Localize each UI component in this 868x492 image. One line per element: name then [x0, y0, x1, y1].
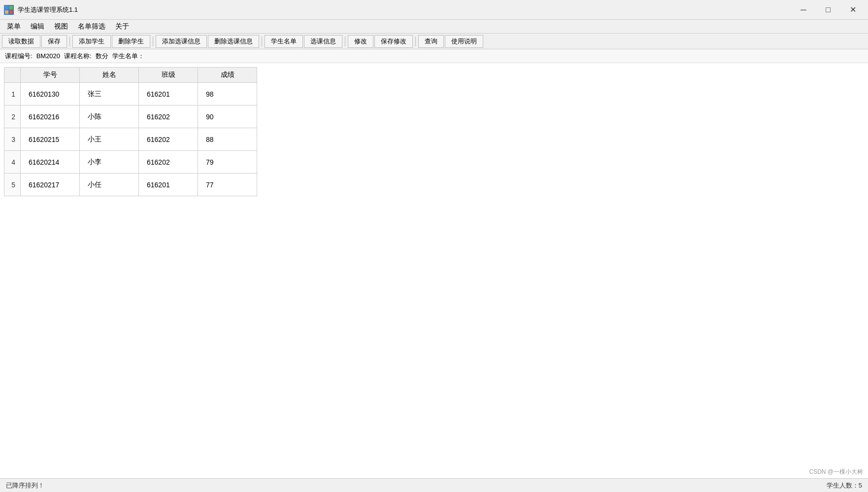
student-name: 张三 [80, 83, 139, 105]
student-list-label: 学生名单： [112, 52, 144, 61]
header-score: 成绩 [198, 68, 257, 83]
student-list-button[interactable]: 学生名单 [265, 35, 303, 48]
student-score: 98 [198, 83, 257, 105]
course-name-value: 数分 [96, 52, 108, 61]
student-id: 61620215 [21, 128, 80, 151]
help-button[interactable]: 使用说明 [445, 35, 483, 48]
menu-item-about[interactable]: 关于 [110, 21, 134, 32]
student-class: 616201 [139, 83, 198, 105]
header-class: 班级 [139, 68, 198, 83]
table-row[interactable]: 261620216小陈61620290 [4, 105, 257, 128]
student-class: 616202 [139, 151, 198, 174]
title-bar: 学生选课管理系统1.1 ─ □ ✕ [0, 0, 868, 20]
menu-item-main[interactable]: 菜单 [2, 21, 26, 32]
menu-item-view[interactable]: 视图 [49, 21, 73, 32]
course-id-value: BM2020 [36, 52, 60, 60]
add-course-button[interactable]: 添加选课信息 [156, 35, 207, 48]
toolbar: 读取数据 保存 添加学生 删除学生 添加选课信息 删除选课信息 学生名单 选课信… [0, 34, 868, 49]
delete-course-button[interactable]: 删除选课信息 [208, 35, 259, 48]
add-student-button[interactable]: 添加学生 [72, 35, 111, 48]
toolbar-separator-3 [262, 36, 262, 46]
toolbar-separator-1 [69, 36, 70, 46]
status-right-text: 学生人数：5 [827, 481, 862, 490]
row-index: 5 [4, 174, 21, 196]
course-info-button[interactable]: 选课信息 [304, 35, 342, 48]
svg-rect-0 [5, 6, 8, 9]
student-id: 61620214 [21, 151, 80, 174]
student-id: 61620130 [21, 83, 80, 105]
student-score: 88 [198, 128, 257, 151]
window-title: 学生选课管理系统1.1 [18, 5, 792, 14]
student-score: 77 [198, 174, 257, 196]
course-name-label: 课程名称: [64, 52, 92, 61]
student-score: 79 [198, 151, 257, 174]
student-name: 小王 [80, 128, 139, 151]
info-bar: 课程编号: BM2020 课程名称: 数分 学生名单： [0, 49, 868, 63]
svg-rect-3 [9, 10, 13, 14]
student-id: 61620217 [21, 174, 80, 196]
menu-bar: 菜单 编辑 视图 名单筛选 关于 [0, 20, 868, 34]
watermark: CSDN @一棵小大树 [809, 468, 863, 476]
row-index: 4 [4, 151, 21, 174]
minimize-button[interactable]: ─ [792, 2, 815, 17]
student-name: 小陈 [80, 105, 139, 128]
header-row-num [4, 68, 21, 83]
delete-student-button[interactable]: 删除学生 [112, 35, 150, 48]
course-id-label: 课程编号: [5, 52, 33, 61]
data-table: 学号 姓名 班级 成绩 161620130张三61620198261620216… [4, 67, 257, 196]
student-name: 小任 [80, 174, 139, 196]
toolbar-separator-5 [415, 36, 416, 46]
row-index: 2 [4, 105, 21, 128]
student-class: 616202 [139, 105, 198, 128]
save-button[interactable]: 保存 [41, 35, 67, 48]
student-id: 61620216 [21, 105, 80, 128]
menu-item-filter[interactable]: 名单筛选 [73, 21, 110, 32]
modify-button[interactable]: 修改 [348, 35, 373, 48]
menu-item-edit[interactable]: 编辑 [26, 21, 49, 32]
read-data-button[interactable]: 读取数据 [2, 35, 40, 48]
table-header-row: 学号 姓名 班级 成绩 [4, 68, 257, 83]
maximize-button[interactable]: □ [817, 2, 839, 17]
header-student-id: 学号 [21, 68, 80, 83]
table-row[interactable]: 561620217小任61620177 [4, 174, 257, 196]
table-row[interactable]: 161620130张三61620198 [4, 83, 257, 105]
svg-rect-1 [9, 6, 13, 9]
row-index: 1 [4, 83, 21, 105]
student-name: 小李 [80, 151, 139, 174]
query-button[interactable]: 查询 [418, 35, 444, 48]
student-class: 616201 [139, 174, 198, 196]
header-name: 姓名 [80, 68, 139, 83]
app-icon [4, 5, 14, 15]
table-container[interactable]: 学号 姓名 班级 成绩 161620130张三61620198261620216… [0, 63, 868, 478]
save-modify-button[interactable]: 保存修改 [374, 35, 413, 48]
toolbar-separator-4 [345, 36, 345, 46]
student-score: 90 [198, 105, 257, 128]
toolbar-separator-2 [153, 36, 153, 46]
row-index: 3 [4, 128, 21, 151]
status-left-text: 已降序排列！ [6, 481, 44, 490]
main-content: 学号 姓名 班级 成绩 161620130张三61620198261620216… [0, 63, 868, 478]
student-class: 616202 [139, 128, 198, 151]
window-controls: ─ □ ✕ [792, 2, 864, 17]
status-bar: 已降序排列！ 学生人数：5 [0, 478, 868, 492]
table-row[interactable]: 361620215小王61620288 [4, 128, 257, 151]
svg-rect-2 [5, 10, 8, 14]
table-row[interactable]: 461620214小李61620279 [4, 151, 257, 174]
close-button[interactable]: ✕ [841, 2, 864, 17]
